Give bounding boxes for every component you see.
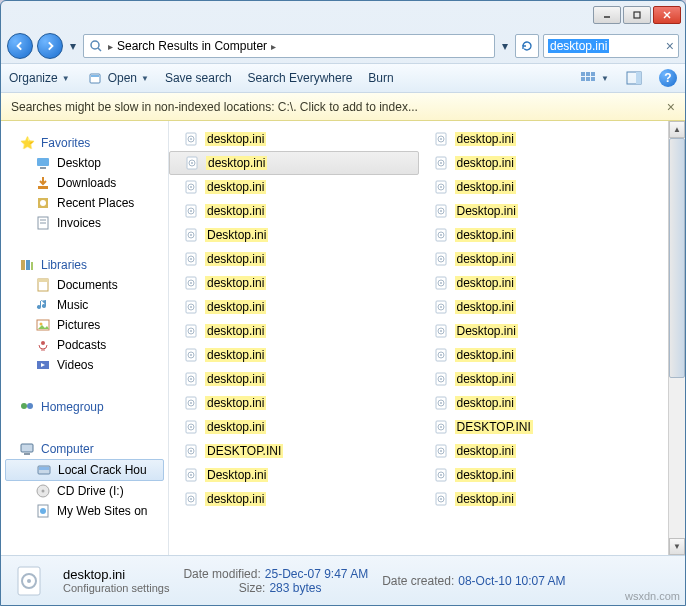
vertical-scrollbar[interactable]: ▲ ▼	[668, 121, 685, 555]
file-item[interactable]: Desktop.ini	[419, 319, 669, 343]
file-item[interactable]: desktop.ini	[169, 295, 419, 319]
sidebar-item[interactable]: Downloads	[1, 173, 168, 193]
file-item[interactable]: desktop.ini	[419, 487, 669, 511]
sidebar-item[interactable]: Pictures	[1, 315, 168, 335]
sidebar-item[interactable]: CD Drive (I:)	[1, 481, 168, 501]
infobar[interactable]: Searches might be slow in non-indexed lo…	[1, 93, 685, 121]
file-item[interactable]: desktop.ini	[169, 319, 419, 343]
file-item[interactable]: desktop.ini	[169, 271, 419, 295]
homegroup-icon	[19, 399, 35, 415]
ini-file-icon	[183, 203, 199, 219]
file-item[interactable]: Desktop.ini	[169, 463, 419, 487]
folder-icon	[35, 483, 51, 499]
folder-icon	[35, 337, 51, 353]
maximize-button[interactable]	[623, 6, 651, 24]
scroll-track[interactable]	[669, 138, 685, 538]
file-item[interactable]: DESKTOP.INI	[419, 415, 669, 439]
infobar-close-button[interactable]: ×	[667, 99, 675, 115]
file-item[interactable]: desktop.ini	[419, 151, 669, 175]
sidebar-item-label: Downloads	[57, 176, 116, 190]
file-item[interactable]: DESKTOP.INI	[169, 439, 419, 463]
svg-point-138	[440, 498, 442, 500]
file-item[interactable]: desktop.ini	[419, 271, 669, 295]
file-item[interactable]: desktop.ini	[419, 223, 669, 247]
file-item[interactable]: desktop.ini	[169, 367, 419, 391]
sidebar-item[interactable]: Invoices	[1, 213, 168, 233]
forward-button[interactable]	[37, 33, 63, 59]
file-item[interactable]: desktop.ini	[419, 295, 669, 319]
sidebar-head-favorites[interactable]: ⭐Favorites	[1, 133, 168, 153]
help-button[interactable]: ?	[659, 69, 677, 87]
file-item[interactable]: desktop.ini	[419, 127, 669, 151]
svg-point-111	[440, 282, 442, 284]
file-item[interactable]: desktop.ini	[169, 391, 419, 415]
svg-point-33	[21, 403, 27, 409]
sidebar-item[interactable]: My Web Sites on	[1, 501, 168, 521]
sidebar-item[interactable]: Local Crack Hou	[5, 459, 164, 481]
refresh-button[interactable]	[515, 34, 539, 58]
minimize-button[interactable]	[593, 6, 621, 24]
file-item[interactable]: desktop.ini	[419, 247, 669, 271]
sidebar-item[interactable]: Documents	[1, 275, 168, 295]
file-item[interactable]: desktop.ini	[169, 247, 419, 271]
ini-file-icon	[433, 491, 449, 507]
file-item[interactable]: Desktop.ini	[419, 199, 669, 223]
file-item[interactable]: desktop.ini	[169, 175, 419, 199]
svg-point-63	[190, 282, 192, 284]
sidebar-item[interactable]: Desktop	[1, 153, 168, 173]
search-input[interactable]: desktop.ini ×	[543, 34, 679, 58]
ini-file-icon	[183, 347, 199, 363]
sidebar-head-computer[interactable]: Computer	[1, 439, 168, 459]
file-item[interactable]: desktop.ini	[419, 367, 669, 391]
sidebar-item-label: Invoices	[57, 216, 101, 230]
scroll-up-button[interactable]: ▲	[669, 121, 685, 138]
svg-rect-18	[38, 186, 48, 189]
file-item[interactable]: desktop.ini	[169, 487, 419, 511]
sidebar-item[interactable]: Podcasts	[1, 335, 168, 355]
file-item[interactable]: desktop.ini	[169, 199, 419, 223]
file-item[interactable]: desktop.ini	[419, 175, 669, 199]
search-everywhere-button[interactable]: Search Everywhere	[248, 71, 353, 85]
nav-history-dropdown[interactable]: ▾	[67, 33, 79, 59]
scroll-down-button[interactable]: ▼	[669, 538, 685, 555]
open-menu[interactable]: Open▼	[86, 69, 149, 87]
view-menu[interactable]: ▼	[579, 69, 609, 87]
close-button[interactable]	[653, 6, 681, 24]
sidebar-item-label: Recent Places	[57, 196, 134, 210]
save-search-button[interactable]: Save search	[165, 71, 232, 85]
sidebar-item[interactable]: Videos	[1, 355, 168, 375]
file-item[interactable]: desktop.ini	[169, 151, 419, 175]
sidebar-head-libraries[interactable]: Libraries	[1, 255, 168, 275]
scroll-thumb[interactable]	[669, 138, 685, 378]
organize-menu[interactable]: Organize▼	[9, 71, 70, 85]
file-item[interactable]: Desktop.ini	[169, 223, 419, 247]
svg-rect-11	[581, 77, 585, 81]
chevron-right-icon: ▸	[108, 41, 113, 52]
ini-file-icon	[433, 203, 449, 219]
svg-point-72	[190, 354, 192, 356]
preview-pane-button[interactable]	[625, 69, 643, 87]
view-icon	[579, 69, 597, 87]
svg-point-84	[190, 450, 192, 452]
sidebar-item[interactable]: Recent Places	[1, 193, 168, 213]
back-button[interactable]	[7, 33, 33, 59]
file-item[interactable]: desktop.ini	[169, 343, 419, 367]
breadcrumb-dropdown[interactable]: ▾	[499, 33, 511, 59]
sidebar-head-homegroup[interactable]: Homegroup	[1, 397, 168, 417]
file-item[interactable]: desktop.ini	[169, 415, 419, 439]
svg-rect-8	[581, 72, 585, 76]
file-item[interactable]: desktop.ini	[419, 343, 669, 367]
file-item[interactable]: desktop.ini	[419, 391, 669, 415]
file-item[interactable]: desktop.ini	[169, 127, 419, 151]
file-item[interactable]: desktop.ini	[419, 463, 669, 487]
file-item[interactable]: desktop.ini	[419, 439, 669, 463]
breadcrumb[interactable]: ▸ Search Results in Computer ▸	[83, 34, 495, 58]
file-column-right: desktop.inidesktop.inidesktop.iniDesktop…	[419, 121, 669, 555]
sidebar-item[interactable]: Music	[1, 295, 168, 315]
burn-button[interactable]: Burn	[368, 71, 393, 85]
clear-search-button[interactable]: ×	[666, 38, 674, 54]
details-modified-block: Date modified:25-Dec-07 9:47 AM Size:283…	[183, 567, 368, 595]
file-name: desktop.ini	[455, 468, 516, 482]
file-name: Desktop.ini	[455, 204, 518, 218]
sidebar-item-label: Desktop	[57, 156, 101, 170]
